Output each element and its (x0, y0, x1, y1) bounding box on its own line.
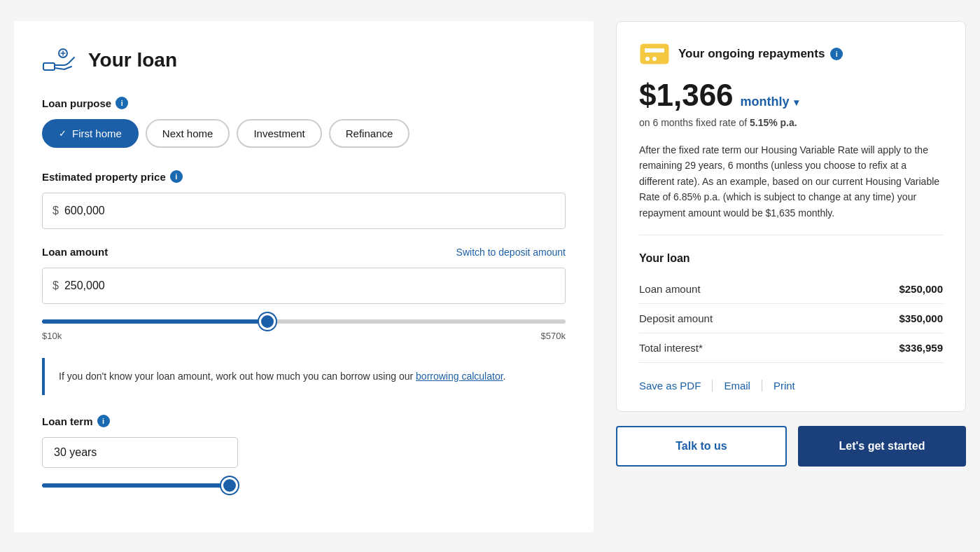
switch-to-deposit-link[interactable]: Switch to deposit amount (456, 247, 566, 258)
loan-purpose-info-icon[interactable]: i (115, 97, 128, 109)
loan-amount-input[interactable] (64, 280, 555, 292)
loan-hand-icon (42, 46, 78, 74)
rate-note: on 6 months fixed rate of 5.15% p.a. (639, 117, 943, 128)
dollar-sign-property: $ (52, 205, 59, 217)
loan-detail-total-interest: Total interest* $336,959 (639, 333, 943, 363)
refinance-button[interactable]: Refinance (329, 119, 410, 148)
print-link[interactable]: Print (762, 380, 806, 392)
loan-purpose-section: Loan purpose i ✓ First home Next home In… (42, 97, 566, 148)
property-price-section: Estimated property price i $ (42, 170, 566, 229)
loan-purpose-buttons: ✓ First home Next home Investment Refina… (42, 119, 566, 148)
slider-min-label: $10k (42, 331, 62, 341)
frequency-selector[interactable]: monthly ▾ (741, 95, 799, 109)
page-title-row: Your loan (42, 46, 566, 74)
repayment-amount: $1,366 (639, 78, 734, 113)
borrowing-calculator-link[interactable]: borrowing calculator (416, 371, 503, 382)
loan-term-slider[interactable] (42, 483, 238, 488)
your-loan-section: Your loan Loan amount $250,000 Deposit a… (639, 252, 943, 363)
right-panel: Your ongoing repayments i $1,366 monthly… (616, 21, 966, 467)
card-title: Your ongoing repayments i (678, 47, 843, 61)
svg-point-5 (652, 57, 657, 61)
loan-amount-section: Loan amount Switch to deposit amount $ $… (42, 246, 566, 341)
loan-term-section: Loan term i (42, 415, 566, 490)
actions-row: Save as PDF Email Print (639, 380, 943, 392)
description-text: After the fixed rate term our Housing Va… (639, 142, 943, 235)
loan-detail-deposit-amount: Deposit amount $350,000 (639, 304, 943, 333)
property-price-input[interactable] (64, 205, 555, 217)
your-loan-title: Your loan (639, 252, 943, 265)
property-price-info-icon[interactable]: i (170, 170, 183, 183)
amount-row: $1,366 monthly ▾ (639, 78, 943, 113)
first-home-button[interactable]: ✓ First home (42, 119, 139, 148)
borrow-info-box: If you don't know your loan amount, work… (42, 358, 566, 395)
loan-amount-label: Loan amount (42, 246, 108, 258)
card-title-row: Your ongoing repayments i (639, 41, 943, 67)
property-price-input-wrapper: $ (42, 193, 566, 229)
svg-point-4 (645, 57, 650, 61)
loan-detail-loan-amount: Loan amount $250,000 (639, 275, 943, 304)
loan-term-input[interactable] (42, 437, 238, 468)
bottom-buttons: Talk to us Let's get started (616, 426, 966, 467)
talk-to-us-button[interactable]: Talk to us (616, 426, 787, 467)
left-panel: Your loan Loan purpose i ✓ First home Ne… (14, 21, 594, 532)
slider-max-label: $570k (541, 331, 566, 341)
loan-amount-input-wrapper: $ (42, 268, 566, 304)
repayments-card: Your ongoing repayments i $1,366 monthly… (616, 21, 966, 412)
svg-rect-0 (43, 63, 55, 70)
chevron-down-icon: ▾ (794, 97, 799, 108)
repayments-icon (639, 41, 670, 67)
email-link[interactable]: Email (713, 380, 762, 392)
loan-amount-header: Loan amount Switch to deposit amount (42, 246, 566, 258)
loan-term-label: Loan term i (42, 415, 566, 427)
loan-purpose-label: Loan purpose i (42, 97, 566, 109)
loan-amount-slider[interactable] (42, 319, 566, 324)
next-home-button[interactable]: Next home (146, 119, 230, 148)
lets-get-started-button[interactable]: Let's get started (798, 426, 966, 467)
loan-term-info-icon[interactable]: i (97, 415, 110, 427)
property-price-label: Estimated property price i (42, 170, 566, 183)
dollar-sign-loan: $ (52, 280, 59, 292)
investment-button[interactable]: Investment (237, 119, 321, 148)
repayments-info-icon[interactable]: i (830, 48, 843, 60)
svg-rect-3 (645, 48, 664, 53)
slider-labels: $10k $570k (42, 331, 566, 341)
loan-amount-slider-container: $10k $570k (42, 314, 566, 341)
save-pdf-link[interactable]: Save as PDF (639, 380, 713, 392)
page-title: Your loan (88, 49, 177, 71)
